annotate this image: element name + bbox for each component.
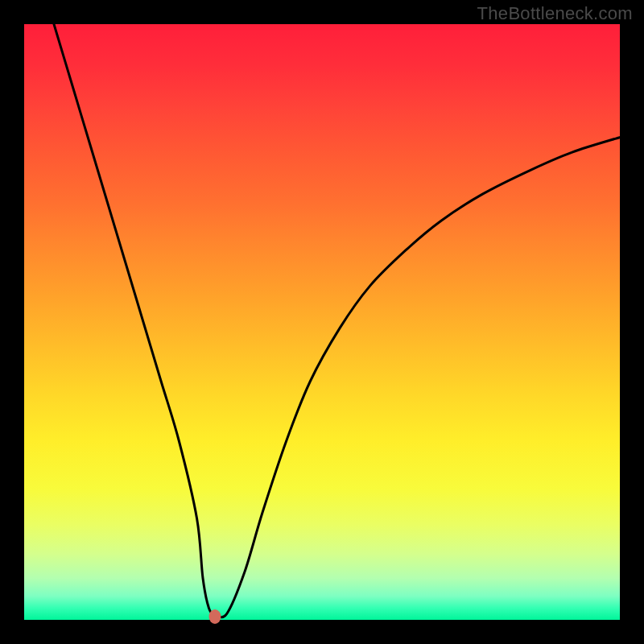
attribution-text: TheBottleneck.com xyxy=(477,3,633,24)
plot-area xyxy=(24,24,620,620)
gradient-background xyxy=(24,24,620,620)
chart-frame: TheBottleneck.com xyxy=(0,0,644,644)
optimum-marker xyxy=(208,609,221,624)
